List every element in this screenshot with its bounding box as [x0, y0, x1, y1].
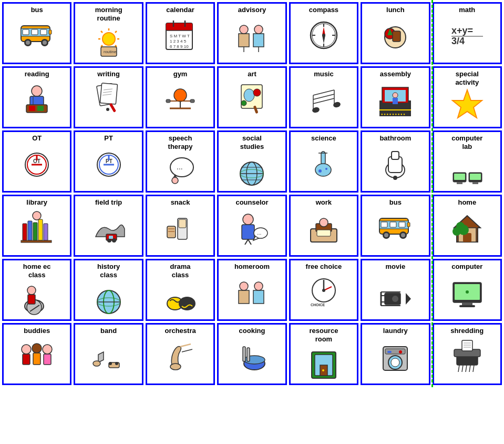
svg-rect-208 — [44, 354, 51, 365]
card-label-cooking: cooking — [239, 327, 265, 335]
card-label-orchestra: orchestra — [164, 327, 196, 335]
card-label-science: science — [311, 134, 336, 143]
svg-point-3 — [26, 41, 30, 45]
card-advisory[interactable]: advisory — [217, 2, 286, 64]
card-social-studies[interactable]: socialstudies — [217, 130, 286, 193]
svg-point-103 — [172, 177, 178, 184]
svg-point-64 — [174, 89, 187, 102]
card-assembly[interactable]: assembly● ● ● ● ● ● ● ● ● — [361, 66, 430, 128]
card-band[interactable]: band — [74, 323, 143, 385]
card-library[interactable]: library — [2, 195, 71, 257]
card-label-bathroom: bathroom — [379, 134, 411, 143]
card-label-calendar: calendar — [166, 6, 194, 14]
card-icon-art — [233, 79, 270, 116]
card-icon-science — [305, 144, 342, 180]
card-shredding[interactable]: shredding — [433, 323, 502, 385]
card-icon-snack — [162, 208, 199, 245]
card-homeroom[interactable]: homeroom — [217, 259, 286, 321]
card-music[interactable]: music — [289, 66, 358, 128]
card-home-ec[interactable]: home ecclass — [2, 259, 71, 321]
card-icon-math: x+y=3/4 — [449, 15, 486, 52]
card-ot[interactable]: OTOT — [2, 130, 71, 193]
card-computer[interactable]: computer — [433, 259, 502, 321]
card-history-class[interactable]: historyclass — [74, 259, 143, 321]
card-bus-1[interactable]: bus — [2, 2, 71, 64]
svg-rect-130 — [44, 224, 48, 240]
card-lunch[interactable]: lunch — [361, 2, 430, 64]
card-bus-2[interactable]: bus — [361, 195, 430, 257]
svg-text:1 2 3 4 5: 1 2 3 4 5 — [170, 39, 187, 44]
svg-rect-200 — [462, 302, 472, 305]
card-movie[interactable]: movie — [361, 259, 430, 321]
card-icon-ot: OT — [18, 144, 55, 180]
card-label-gym: gym — [173, 70, 188, 78]
card-computer-lab[interactable]: computerlab — [433, 130, 502, 193]
svg-line-76 — [313, 94, 334, 99]
card-compass[interactable]: compass — [289, 2, 358, 64]
svg-point-180 — [179, 297, 195, 310]
svg-point-135 — [112, 238, 116, 243]
svg-point-209 — [93, 361, 100, 366]
card-resource-room[interactable]: resourceroom — [289, 323, 358, 385]
card-calendar[interactable]: calendarS M T W T1 2 3 4 56 7 8 9 10 — [146, 2, 215, 64]
svg-rect-219 — [247, 348, 250, 361]
svg-point-5 — [43, 41, 47, 45]
card-art[interactable]: art — [217, 66, 286, 128]
card-label-ot: OT — [32, 134, 42, 143]
card-grid: busmorningroutineroutinecalendarS M T W … — [0, 0, 504, 387]
svg-rect-206 — [33, 353, 40, 365]
card-counselor[interactable]: counselor... — [217, 195, 286, 257]
svg-rect-127 — [28, 221, 32, 240]
card-special-activity[interactable]: specialactivity — [433, 66, 502, 128]
svg-rect-143 — [242, 225, 254, 239]
card-icon-music — [305, 79, 342, 116]
svg-point-43 — [322, 34, 325, 37]
svg-text:S M T W T: S M T W T — [170, 34, 190, 38]
card-science[interactable]: science — [289, 130, 358, 193]
card-cooking[interactable]: cooking — [217, 323, 286, 385]
svg-point-32 — [254, 25, 263, 34]
card-orchestra[interactable]: orchestra — [146, 323, 215, 385]
card-math[interactable]: mathx+y=3/4 — [433, 2, 502, 64]
svg-rect-125 — [472, 182, 478, 184]
card-reading[interactable]: reading — [2, 66, 71, 128]
card-morning-routine[interactable]: morningroutineroutine — [74, 2, 143, 64]
card-label-buddies: buddies — [24, 327, 50, 335]
card-bathroom[interactable]: bathroom — [361, 130, 430, 193]
svg-rect-121 — [454, 174, 465, 180]
card-pt[interactable]: PTPT — [74, 130, 143, 193]
svg-point-223 — [322, 369, 324, 371]
svg-rect-201 — [459, 305, 475, 307]
svg-line-77 — [313, 98, 334, 104]
svg-point-213 — [170, 364, 181, 370]
card-label-morning-routine: morningroutine — [95, 6, 122, 22]
card-work[interactable]: work — [289, 195, 358, 257]
svg-rect-160 — [390, 222, 396, 227]
card-speech-therapy[interactable]: speechtherapy... — [146, 130, 215, 193]
card-free-choice[interactable]: free choiceCHOICE — [289, 259, 358, 321]
card-label-laundry: laundry — [383, 327, 408, 335]
card-buddies[interactable]: buddies — [2, 323, 71, 385]
card-label-bus-2: bus — [389, 198, 402, 207]
card-label-home-ec: home ecclass — [23, 263, 51, 279]
svg-rect-122 — [457, 182, 462, 184]
svg-point-72 — [253, 89, 261, 96]
svg-line-75 — [313, 90, 334, 95]
svg-text:...: ... — [257, 230, 261, 236]
svg-rect-22 — [166, 23, 192, 31]
card-gym[interactable]: gym — [146, 66, 215, 128]
card-label-homeroom: homeroom — [234, 263, 270, 271]
card-label-advisory: advisory — [238, 6, 266, 14]
svg-point-205 — [32, 344, 42, 353]
svg-rect-204 — [23, 354, 30, 365]
card-home[interactable]: home — [433, 195, 502, 257]
card-drama-class[interactable]: dramaclass — [146, 259, 215, 321]
card-label-compass: compass — [309, 6, 338, 14]
card-writing[interactable]: writing — [74, 66, 143, 128]
card-icon-reading — [18, 79, 55, 116]
card-laundry[interactable]: laundry — [361, 323, 430, 385]
card-snack[interactable]: snack — [146, 195, 215, 257]
card-field-trip[interactable]: field trip — [74, 195, 143, 257]
svg-point-30 — [240, 25, 248, 34]
svg-point-212 — [115, 362, 118, 365]
